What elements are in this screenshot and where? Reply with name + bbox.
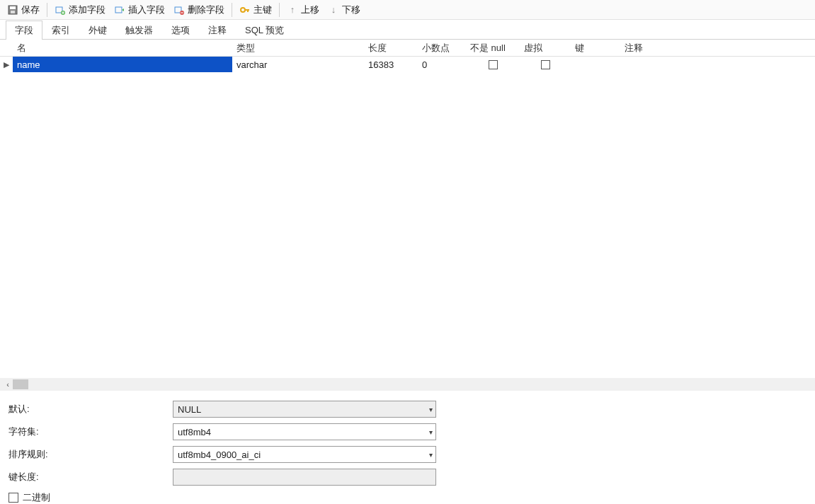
charset-value: utf8mb4 bbox=[178, 427, 211, 437]
table-row[interactable]: ▶ name varchar 16383 0 bbox=[0, 57, 815, 72]
svg-point-8 bbox=[241, 8, 245, 12]
checkbox-icon[interactable] bbox=[489, 60, 498, 69]
insert-field-icon bbox=[114, 4, 125, 16]
horizontal-scrollbar[interactable]: ‹ bbox=[0, 378, 815, 391]
svg-rect-1 bbox=[10, 6, 16, 9]
chevron-down-icon: ▾ bbox=[429, 428, 433, 436]
collation-label: 排序规则: bbox=[8, 448, 173, 461]
key-icon bbox=[239, 4, 251, 16]
fields-grid: 名 类型 长度 小数点 不是 null 虚拟 键 注释 ▶ name varch… bbox=[0, 40, 815, 378]
charset-label: 字符集: bbox=[8, 425, 173, 438]
chevron-down-icon: ▾ bbox=[429, 451, 433, 459]
delete-field-button[interactable]: 删除字段 bbox=[169, 1, 229, 18]
tab-triggers[interactable]: 触发器 bbox=[116, 21, 162, 40]
add-field-button[interactable]: 添加字段 bbox=[50, 1, 110, 18]
col-comment[interactable]: 注释 bbox=[620, 40, 815, 56]
default-value: NULL bbox=[178, 404, 201, 415]
binary-label: 二进制 bbox=[23, 491, 50, 504]
col-name[interactable]: 名 bbox=[13, 40, 232, 56]
tab-label: SQL 预览 bbox=[245, 25, 284, 35]
scroll-left-icon[interactable]: ‹ bbox=[3, 379, 13, 389]
move-up-button[interactable]: ↑ 上移 bbox=[283, 1, 324, 18]
tabs: 字段 索引 外键 触发器 选项 注释 SQL 预览 bbox=[0, 20, 815, 40]
tab-indexes[interactable]: 索引 bbox=[42, 21, 79, 40]
move-down-button[interactable]: ↓ 下移 bbox=[324, 1, 365, 18]
delete-field-icon bbox=[173, 4, 185, 16]
tab-foreign-keys[interactable]: 外键 bbox=[79, 21, 116, 40]
delete-field-label: 删除字段 bbox=[188, 4, 224, 16]
tab-label: 触发器 bbox=[125, 25, 153, 35]
svg-rect-2 bbox=[11, 11, 15, 13]
tab-label: 选项 bbox=[171, 25, 190, 35]
default-label: 默认: bbox=[8, 403, 173, 416]
tab-label: 索引 bbox=[52, 25, 70, 35]
separator bbox=[47, 3, 47, 17]
separator bbox=[279, 3, 280, 17]
svg-rect-5 bbox=[115, 7, 122, 13]
default-combo[interactable]: NULL ▾ bbox=[173, 401, 436, 418]
cell-name[interactable]: name bbox=[13, 57, 232, 72]
save-icon bbox=[7, 4, 18, 16]
checkbox-icon[interactable] bbox=[541, 60, 550, 69]
cell-type[interactable]: varchar bbox=[232, 57, 364, 72]
tab-label: 注释 bbox=[208, 25, 227, 35]
col-type[interactable]: 类型 bbox=[232, 40, 364, 56]
add-field-icon bbox=[55, 4, 66, 16]
tab-comment[interactable]: 注释 bbox=[199, 21, 236, 40]
col-not-null[interactable]: 不是 null bbox=[466, 40, 520, 56]
save-label: 保存 bbox=[21, 4, 40, 16]
keylen-label: 键长度: bbox=[8, 471, 173, 483]
move-up-label: 上移 bbox=[301, 4, 319, 16]
scroll-thumb[interactable] bbox=[13, 379, 28, 389]
insert-field-label: 插入字段 bbox=[128, 4, 165, 16]
move-down-label: 下移 bbox=[342, 4, 360, 16]
cell-decimals[interactable]: 0 bbox=[418, 57, 466, 72]
collation-combo[interactable]: utf8mb4_0900_ai_ci ▾ bbox=[173, 446, 436, 463]
separator bbox=[232, 3, 232, 17]
col-key[interactable]: 键 bbox=[571, 40, 620, 56]
primary-key-label: 主键 bbox=[253, 4, 272, 16]
charset-combo[interactable]: utf8mb4 ▾ bbox=[173, 423, 436, 440]
keylen-input[interactable] bbox=[173, 469, 436, 486]
tab-label: 字段 bbox=[15, 25, 33, 35]
primary-key-button[interactable]: 主键 bbox=[235, 1, 276, 18]
col-virtual[interactable]: 虚拟 bbox=[520, 40, 571, 56]
chevron-down-icon: ▾ bbox=[429, 406, 433, 413]
col-decimals[interactable]: 小数点 bbox=[418, 40, 466, 56]
cell-comment[interactable] bbox=[620, 57, 815, 72]
toolbar: 保存 添加字段 插入字段 删除字段 主键 ↑ 上移 ↓ 下移 bbox=[0, 0, 815, 20]
arrow-down-icon: ↓ bbox=[328, 4, 339, 16]
arrow-up-icon: ↑ bbox=[287, 4, 298, 16]
tab-fields[interactable]: 字段 bbox=[6, 21, 42, 40]
cell-not-null[interactable] bbox=[466, 57, 520, 72]
field-properties: 默认: NULL ▾ 字符集: utf8mb4 ▾ 排序规则: utf8mb4_… bbox=[0, 391, 815, 504]
binary-checkbox[interactable] bbox=[8, 493, 18, 503]
save-button[interactable]: 保存 bbox=[3, 1, 44, 18]
insert-field-button[interactable]: 插入字段 bbox=[110, 1, 169, 18]
cell-length[interactable]: 16383 bbox=[364, 57, 418, 72]
add-field-label: 添加字段 bbox=[69, 4, 106, 16]
tab-options[interactable]: 选项 bbox=[162, 21, 199, 40]
col-length[interactable]: 长度 bbox=[364, 40, 418, 56]
grid-header: 名 类型 长度 小数点 不是 null 虚拟 键 注释 bbox=[0, 40, 815, 57]
cell-virtual[interactable] bbox=[520, 57, 571, 72]
cell-key[interactable] bbox=[571, 57, 620, 72]
row-marker-icon: ▶ bbox=[0, 60, 13, 69]
collation-value: utf8mb4_0900_ai_ci bbox=[178, 449, 261, 460]
tab-label: 外键 bbox=[89, 25, 107, 35]
tab-sql-preview[interactable]: SQL 预览 bbox=[236, 21, 293, 40]
